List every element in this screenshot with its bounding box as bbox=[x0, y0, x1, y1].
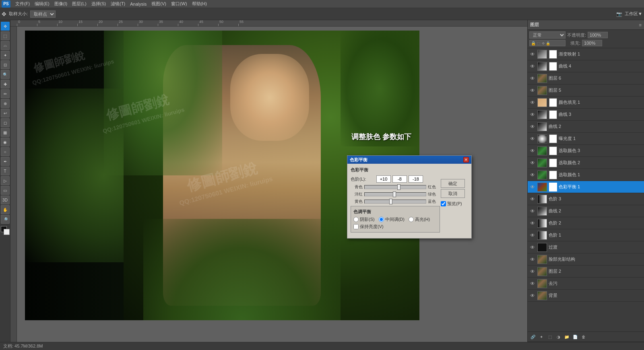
type-tool[interactable]: T bbox=[1, 167, 10, 175]
path-select-tool[interactable]: ▷ bbox=[1, 176, 10, 185]
menu-help[interactable]: 帮助(H) bbox=[192, 1, 207, 7]
midtones-radio[interactable] bbox=[379, 217, 384, 222]
healing-tool[interactable]: ✚ bbox=[1, 80, 10, 89]
menu-select[interactable]: 选择(S) bbox=[91, 1, 106, 7]
menu-image[interactable]: 图像(I) bbox=[54, 1, 67, 7]
highlights-radio[interactable] bbox=[409, 217, 414, 222]
layer-item[interactable]: 👁 过渡 bbox=[528, 241, 644, 253]
menu-file[interactable]: 文件(F) bbox=[15, 1, 30, 7]
blend-mode-select[interactable]: 正常 bbox=[529, 31, 566, 39]
layer-visibility[interactable]: 👁 bbox=[529, 136, 536, 142]
ok-button[interactable]: 确定 bbox=[441, 179, 465, 188]
pen-tool[interactable]: ✒ bbox=[1, 157, 10, 166]
menu-window[interactable]: 窗口(W) bbox=[171, 1, 187, 7]
layer-visibility[interactable]: 👁 bbox=[529, 220, 536, 226]
shape-tool[interactable]: ▭ bbox=[1, 186, 10, 195]
value3-input[interactable]: -18 bbox=[409, 175, 423, 183]
layer-visibility[interactable]: 👁 bbox=[529, 281, 536, 286]
magenta-green-thumb[interactable] bbox=[393, 191, 396, 197]
blur-tool[interactable]: ◉ bbox=[1, 138, 10, 146]
add-adjustment-button[interactable]: ◑ bbox=[555, 333, 562, 340]
history-brush[interactable]: ↩ bbox=[1, 109, 10, 117]
layer-item[interactable]: 👁 曲线 2 bbox=[528, 205, 644, 217]
layer-visibility[interactable]: 👁 bbox=[529, 257, 536, 262]
new-layer-button[interactable]: 📄 bbox=[572, 333, 579, 340]
layer-item[interactable]: 👁 曲线 2 bbox=[528, 121, 644, 133]
dodge-tool[interactable]: ○ bbox=[1, 147, 10, 156]
3d-tool[interactable]: 3D bbox=[1, 196, 10, 204]
shadows-radio-item[interactable]: 阴影(S) bbox=[353, 216, 375, 222]
brush-tool[interactable]: ✏ bbox=[1, 89, 10, 98]
layer-visibility[interactable]: 👁 bbox=[529, 208, 536, 214]
layer-item[interactable]: 👁 曲线 3 bbox=[528, 109, 644, 121]
lasso-tool[interactable]: ⌓ bbox=[1, 41, 10, 50]
layer-visibility[interactable]: 👁 bbox=[529, 184, 536, 190]
layer-visibility[interactable]: 👁 bbox=[529, 196, 536, 202]
layer-visibility[interactable]: 👁 bbox=[529, 76, 536, 81]
layer-item[interactable]: 👁 图层 2 bbox=[528, 266, 644, 278]
gradient-tool[interactable]: ▦ bbox=[1, 128, 10, 137]
layer-item[interactable]: 👁 脸部光影结构 bbox=[528, 253, 644, 266]
layer-item[interactable]: 👁 色阶 3 bbox=[528, 193, 644, 205]
layers-menu-icon[interactable]: ≡ bbox=[639, 23, 642, 27]
crop-tool[interactable]: ⊡ bbox=[1, 60, 10, 69]
add-style-button[interactable]: ✦ bbox=[538, 333, 545, 340]
menu-filter[interactable]: 滤镜(T) bbox=[111, 1, 125, 7]
eraser-tool[interactable]: ◻ bbox=[1, 118, 10, 127]
layer-visibility[interactable]: 👁 bbox=[529, 269, 536, 274]
layer-visibility[interactable]: 👁 bbox=[529, 124, 536, 130]
cyan-red-thumb[interactable] bbox=[397, 184, 400, 190]
add-group-button[interactable]: 📁 bbox=[563, 333, 570, 340]
layer-item[interactable]: 👁 渐变映射 1 bbox=[528, 48, 644, 60]
delete-layer-button[interactable]: 🗑 bbox=[580, 333, 587, 340]
layer-visibility[interactable]: 👁 bbox=[529, 148, 536, 154]
layer-item[interactable]: 👁 背景 bbox=[528, 290, 644, 302]
move-tool[interactable]: ✥ bbox=[1, 22, 10, 31]
preserve-luminosity-row[interactable]: 保持亮度(V) bbox=[353, 224, 437, 230]
layer-item[interactable]: 👁 图层 5 bbox=[528, 84, 644, 97]
layer-item[interactable]: 👁 色阶 1 bbox=[528, 229, 644, 241]
zoom-tool[interactable]: 🔎 bbox=[1, 215, 10, 224]
layer-item[interactable]: 👁 色阶 2 bbox=[528, 217, 644, 229]
layer-visibility[interactable]: 👁 bbox=[529, 233, 536, 238]
link-layers-button[interactable]: 🔗 bbox=[529, 333, 537, 340]
layer-item[interactable]: 👁 色彩平衡 1 bbox=[528, 181, 644, 193]
layer-item[interactable]: 👁 曝光度 1 bbox=[528, 133, 644, 145]
clone-tool[interactable]: ⊕ bbox=[1, 99, 10, 108]
layer-item[interactable]: 👁 图层 6 bbox=[528, 72, 644, 84]
layer-visibility[interactable]: 👁 bbox=[529, 88, 536, 93]
value2-input[interactable]: -8 bbox=[392, 175, 407, 183]
cancel-button[interactable]: 取消 bbox=[441, 189, 465, 198]
layer-visibility[interactable]: 👁 bbox=[529, 172, 536, 178]
layer-visibility[interactable]: 👁 bbox=[529, 293, 536, 299]
preview-checkbox[interactable] bbox=[441, 201, 446, 206]
opacity-input[interactable] bbox=[588, 32, 608, 38]
dialog-close-button[interactable]: ✕ bbox=[463, 157, 469, 163]
layer-item[interactable]: 👁 曲线 4 bbox=[528, 60, 644, 72]
value1-input[interactable]: +10 bbox=[376, 175, 391, 183]
highlights-radio-item[interactable]: 高光(H) bbox=[409, 216, 430, 222]
menu-analysis[interactable]: Analysis bbox=[130, 2, 147, 6]
layer-item[interactable]: 👁 颜色填充 1 bbox=[528, 97, 644, 109]
layer-visibility[interactable]: 👁 bbox=[529, 100, 536, 105]
layer-item[interactable]: 👁 去污 bbox=[528, 278, 644, 290]
add-mask-button[interactable]: ⬚ bbox=[546, 333, 553, 340]
menu-edit[interactable]: 编辑(E) bbox=[35, 1, 50, 7]
layer-item[interactable]: 👁 选取颜色 2 bbox=[528, 157, 644, 169]
layer-visibility[interactable]: 👁 bbox=[529, 160, 536, 166]
layer-item[interactable]: 👁 选取颜色 1 bbox=[528, 169, 644, 181]
fill-input[interactable] bbox=[582, 40, 602, 46]
sample-size-select[interactable]: 取样点 bbox=[30, 10, 56, 18]
eyedropper-tool[interactable]: 🔍 bbox=[1, 70, 10, 79]
selection-tool[interactable]: ⬚ bbox=[1, 31, 10, 40]
layer-visibility[interactable]: 👁 bbox=[529, 245, 536, 250]
foreground-background-colors[interactable] bbox=[1, 226, 10, 235]
menu-layer[interactable]: 图层(L) bbox=[72, 1, 86, 7]
layer-visibility[interactable]: 👁 bbox=[529, 112, 536, 117]
layer-item[interactable]: 👁 选取颜色 3 bbox=[528, 145, 644, 157]
shadows-radio[interactable] bbox=[353, 217, 359, 222]
menu-view[interactable]: 视图(V) bbox=[151, 1, 166, 7]
quick-select-tool[interactable]: ✦ bbox=[1, 51, 10, 60]
preserve-checkbox[interactable] bbox=[353, 224, 359, 229]
hand-tool[interactable]: ✋ bbox=[1, 205, 10, 214]
